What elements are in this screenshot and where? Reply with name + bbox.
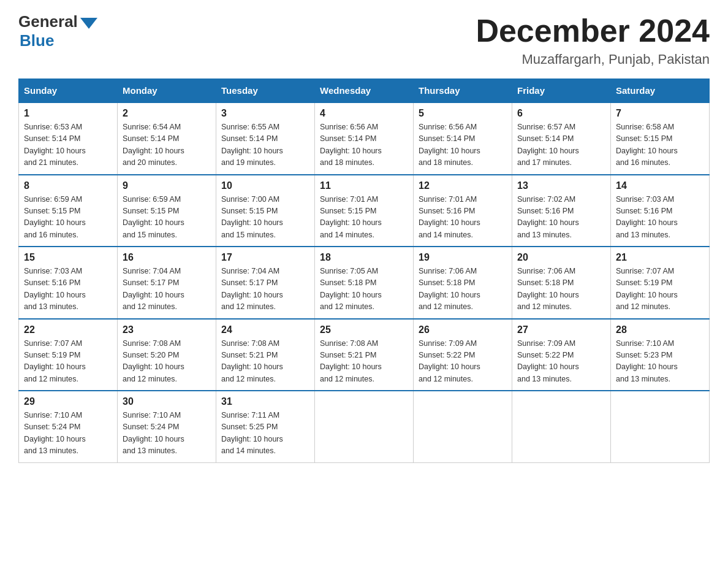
day-number-16: 16: [123, 252, 211, 263]
day-cell-31: 31Sunrise: 7:11 AMSunset: 5:25 PMDayligh…: [216, 391, 315, 462]
day-number-23: 23: [123, 324, 211, 335]
day-cell-2: 2Sunrise: 6:54 AMSunset: 5:14 PMDaylight…: [118, 102, 216, 175]
day-cell-28: 28Sunrise: 7:10 AMSunset: 5:23 PMDayligh…: [611, 319, 710, 391]
empty-cell-w4-d6: [611, 391, 710, 462]
day-cell-6: 6Sunrise: 6:57 AMSunset: 5:14 PMDaylight…: [512, 102, 611, 175]
day-cell-7: 7Sunrise: 6:58 AMSunset: 5:15 PMDaylight…: [611, 102, 710, 175]
day-cell-18: 18Sunrise: 7:05 AMSunset: 5:18 PMDayligh…: [315, 247, 414, 319]
day-info-23: Sunrise: 7:08 AMSunset: 5:20 PMDaylight:…: [123, 338, 211, 386]
day-info-22: Sunrise: 7:07 AMSunset: 5:19 PMDaylight:…: [24, 338, 112, 386]
day-number-21: 21: [616, 252, 704, 263]
day-info-27: Sunrise: 7:09 AMSunset: 5:22 PMDaylight:…: [517, 338, 605, 386]
day-cell-9: 9Sunrise: 6:59 AMSunset: 5:15 PMDaylight…: [118, 175, 216, 247]
day-number-1: 1: [24, 108, 112, 119]
day-number-2: 2: [123, 108, 211, 119]
day-cell-22: 22Sunrise: 7:07 AMSunset: 5:19 PMDayligh…: [19, 319, 118, 391]
day-number-24: 24: [221, 324, 309, 335]
day-info-3: Sunrise: 6:55 AMSunset: 5:14 PMDaylight:…: [221, 121, 309, 169]
day-info-14: Sunrise: 7:03 AMSunset: 5:16 PMDaylight:…: [616, 194, 704, 242]
day-cell-16: 16Sunrise: 7:04 AMSunset: 5:17 PMDayligh…: [118, 247, 216, 319]
header-wednesday: Wednesday: [315, 79, 414, 103]
day-info-24: Sunrise: 7:08 AMSunset: 5:21 PMDaylight:…: [221, 338, 309, 386]
day-cell-3: 3Sunrise: 6:55 AMSunset: 5:14 PMDaylight…: [216, 102, 315, 175]
header-thursday: Thursday: [414, 79, 512, 103]
week-row-1: 1Sunrise: 6:53 AMSunset: 5:14 PMDaylight…: [19, 102, 710, 175]
day-info-15: Sunrise: 7:03 AMSunset: 5:16 PMDaylight:…: [24, 266, 112, 313]
day-info-4: Sunrise: 6:56 AMSunset: 5:14 PMDaylight:…: [320, 121, 408, 169]
day-info-26: Sunrise: 7:09 AMSunset: 5:22 PMDaylight:…: [419, 338, 507, 386]
day-number-18: 18: [320, 252, 408, 263]
week-row-4: 22Sunrise: 7:07 AMSunset: 5:19 PMDayligh…: [19, 319, 710, 391]
day-cell-14: 14Sunrise: 7:03 AMSunset: 5:16 PMDayligh…: [611, 175, 710, 247]
day-info-17: Sunrise: 7:04 AMSunset: 5:17 PMDaylight:…: [221, 266, 309, 313]
header-tuesday: Tuesday: [216, 79, 315, 103]
day-cell-17: 17Sunrise: 7:04 AMSunset: 5:17 PMDayligh…: [216, 247, 315, 319]
week-row-2: 8Sunrise: 6:59 AMSunset: 5:15 PMDaylight…: [19, 175, 710, 247]
header-monday: Monday: [118, 79, 216, 103]
logo-arrow-icon: [80, 18, 97, 29]
day-info-11: Sunrise: 7:01 AMSunset: 5:15 PMDaylight:…: [320, 194, 408, 242]
empty-cell-w4-d3: [315, 391, 414, 462]
day-number-3: 3: [221, 108, 309, 119]
day-number-13: 13: [517, 180, 605, 191]
day-cell-30: 30Sunrise: 7:10 AMSunset: 5:24 PMDayligh…: [118, 391, 216, 462]
page-header: General Blue December 2024 Muzaffargarh,…: [18, 12, 710, 67]
day-info-30: Sunrise: 7:10 AMSunset: 5:24 PMDaylight:…: [123, 410, 211, 458]
day-cell-20: 20Sunrise: 7:06 AMSunset: 5:18 PMDayligh…: [512, 247, 611, 319]
day-number-19: 19: [419, 252, 507, 263]
day-cell-26: 26Sunrise: 7:09 AMSunset: 5:22 PMDayligh…: [414, 319, 512, 391]
empty-cell-w4-d5: [512, 391, 611, 462]
day-info-9: Sunrise: 6:59 AMSunset: 5:15 PMDaylight:…: [123, 194, 211, 242]
day-info-21: Sunrise: 7:07 AMSunset: 5:19 PMDaylight:…: [616, 266, 704, 313]
header-sunday: Sunday: [19, 79, 118, 103]
day-number-11: 11: [320, 180, 408, 191]
day-number-26: 26: [419, 324, 507, 335]
day-info-25: Sunrise: 7:08 AMSunset: 5:21 PMDaylight:…: [320, 338, 408, 386]
day-info-6: Sunrise: 6:57 AMSunset: 5:14 PMDaylight:…: [517, 121, 605, 169]
day-info-12: Sunrise: 7:01 AMSunset: 5:16 PMDaylight:…: [419, 194, 507, 242]
day-number-25: 25: [320, 324, 408, 335]
day-cell-27: 27Sunrise: 7:09 AMSunset: 5:22 PMDayligh…: [512, 319, 611, 391]
day-info-20: Sunrise: 7:06 AMSunset: 5:18 PMDaylight:…: [517, 266, 605, 313]
day-number-17: 17: [221, 252, 309, 263]
empty-cell-w4-d4: [414, 391, 512, 462]
day-cell-11: 11Sunrise: 7:01 AMSunset: 5:15 PMDayligh…: [315, 175, 414, 247]
day-info-7: Sunrise: 6:58 AMSunset: 5:15 PMDaylight:…: [616, 121, 704, 169]
day-number-12: 12: [419, 180, 507, 191]
day-number-30: 30: [123, 396, 211, 407]
day-info-18: Sunrise: 7:05 AMSunset: 5:18 PMDaylight:…: [320, 266, 408, 313]
day-cell-10: 10Sunrise: 7:00 AMSunset: 5:15 PMDayligh…: [216, 175, 315, 247]
day-number-31: 31: [221, 396, 309, 407]
day-number-8: 8: [24, 180, 112, 191]
day-cell-24: 24Sunrise: 7:08 AMSunset: 5:21 PMDayligh…: [216, 319, 315, 391]
day-number-5: 5: [419, 108, 507, 119]
calendar-header-row: SundayMondayTuesdayWednesdayThursdayFrid…: [19, 79, 710, 103]
day-cell-13: 13Sunrise: 7:02 AMSunset: 5:16 PMDayligh…: [512, 175, 611, 247]
day-info-1: Sunrise: 6:53 AMSunset: 5:14 PMDaylight:…: [24, 121, 112, 169]
main-title: December 2024: [476, 12, 710, 49]
day-number-29: 29: [24, 396, 112, 407]
day-cell-23: 23Sunrise: 7:08 AMSunset: 5:20 PMDayligh…: [118, 319, 216, 391]
day-info-2: Sunrise: 6:54 AMSunset: 5:14 PMDaylight:…: [123, 121, 211, 169]
day-number-10: 10: [221, 180, 309, 191]
day-cell-1: 1Sunrise: 6:53 AMSunset: 5:14 PMDaylight…: [19, 102, 118, 175]
subtitle: Muzaffargarh, Punjab, Pakistan: [476, 52, 710, 67]
day-cell-19: 19Sunrise: 7:06 AMSunset: 5:18 PMDayligh…: [414, 247, 512, 319]
day-info-19: Sunrise: 7:06 AMSunset: 5:18 PMDaylight:…: [419, 266, 507, 313]
day-number-20: 20: [517, 252, 605, 263]
day-info-31: Sunrise: 7:11 AMSunset: 5:25 PMDaylight:…: [221, 410, 309, 458]
day-info-13: Sunrise: 7:02 AMSunset: 5:16 PMDaylight:…: [517, 194, 605, 242]
header-friday: Friday: [512, 79, 611, 103]
day-number-6: 6: [517, 108, 605, 119]
day-info-10: Sunrise: 7:00 AMSunset: 5:15 PMDaylight:…: [221, 194, 309, 242]
day-cell-25: 25Sunrise: 7:08 AMSunset: 5:21 PMDayligh…: [315, 319, 414, 391]
day-number-14: 14: [616, 180, 704, 191]
day-cell-12: 12Sunrise: 7:01 AMSunset: 5:16 PMDayligh…: [414, 175, 512, 247]
day-info-16: Sunrise: 7:04 AMSunset: 5:17 PMDaylight:…: [123, 266, 211, 313]
day-cell-15: 15Sunrise: 7:03 AMSunset: 5:16 PMDayligh…: [19, 247, 118, 319]
calendar-table: SundayMondayTuesdayWednesdayThursdayFrid…: [18, 79, 710, 463]
day-number-22: 22: [24, 324, 112, 335]
day-number-7: 7: [616, 108, 704, 119]
day-info-28: Sunrise: 7:10 AMSunset: 5:23 PMDaylight:…: [616, 338, 704, 386]
day-cell-4: 4Sunrise: 6:56 AMSunset: 5:14 PMDaylight…: [315, 102, 414, 175]
